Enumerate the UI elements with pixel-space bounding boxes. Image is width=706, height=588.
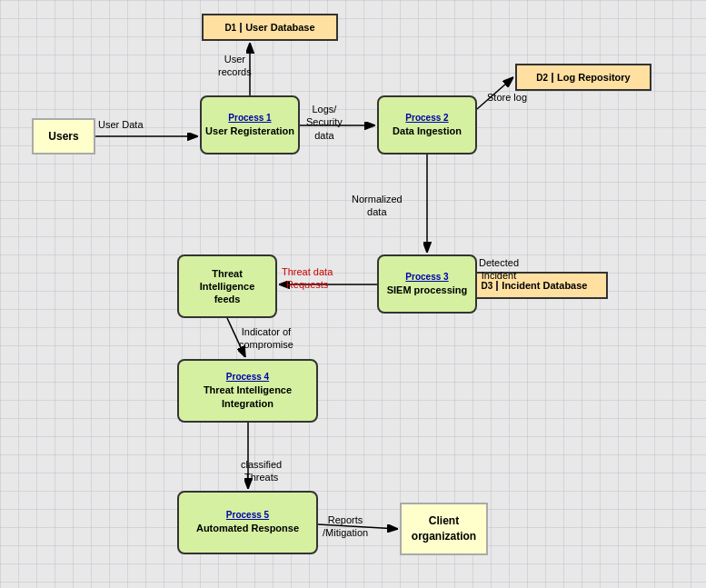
process-1-label: User Registeration bbox=[205, 125, 294, 137]
flow-user-records: Userrecords bbox=[218, 53, 252, 79]
flow-logs: Logs/Securitydata bbox=[306, 103, 343, 142]
entity-users: Users bbox=[32, 118, 95, 154]
datastore-log-repository: D2 Log Repository bbox=[515, 64, 651, 91]
process-1: Process 1 User Registeration bbox=[200, 95, 300, 154]
flow-user-data: User Data bbox=[98, 118, 144, 131]
datastore-d1-name: User Database bbox=[245, 22, 314, 33]
process-4-label: Threat IntelligenceIntegration bbox=[204, 384, 292, 410]
flow-reports: Reports/Mitigation bbox=[323, 513, 368, 540]
process-3-title: Process 3 bbox=[405, 272, 448, 282]
flow-detected-incident: DetectedIncident bbox=[479, 256, 519, 283]
flow-classified: classifiedThreats bbox=[241, 458, 282, 484]
process-3-label: SIEM processing bbox=[387, 284, 468, 296]
diagram-canvas: Users D1 User Database D2 Log Repository… bbox=[0, 0, 706, 588]
datastore-d2-id: D2 bbox=[536, 73, 553, 83]
entity-users-label: Users bbox=[48, 130, 78, 143]
process-1-title: Process 1 bbox=[228, 113, 271, 123]
entity-client-org: Clientorganization bbox=[400, 503, 488, 555]
entity-client-org-label: Clientorganization bbox=[412, 513, 476, 544]
flow-indicator: Indicator ofcompromise bbox=[239, 325, 293, 352]
process-2-title: Process 2 bbox=[405, 113, 448, 123]
datastore-d1-id: D1 bbox=[224, 23, 242, 33]
flow-store-log: Store log bbox=[487, 91, 527, 104]
external-threat-feeds: ThreatIntelligencefeeds bbox=[177, 254, 277, 318]
datastore-d2-name: Log Repository bbox=[557, 72, 631, 83]
flow-normalized: Normalizeddata bbox=[352, 193, 403, 219]
flow-threat-requests: Threat dataRequests bbox=[282, 265, 333, 292]
process-2-label: Data Ingestion bbox=[393, 125, 462, 137]
process-5-title: Process 5 bbox=[226, 510, 269, 520]
threat-feeds-label: ThreatIntelligencefeeds bbox=[200, 267, 255, 306]
process-4: Process 4 Threat IntelligenceIntegration bbox=[177, 359, 318, 423]
process-5-label: Automated Response bbox=[196, 522, 299, 534]
process-4-title: Process 4 bbox=[226, 372, 269, 382]
process-3: Process 3 SIEM processing bbox=[377, 254, 477, 314]
process-5: Process 5 Automated Response bbox=[177, 491, 318, 554]
datastore-user-database: D1 User Database bbox=[202, 14, 338, 41]
process-2: Process 2 Data Ingestion bbox=[377, 95, 477, 154]
